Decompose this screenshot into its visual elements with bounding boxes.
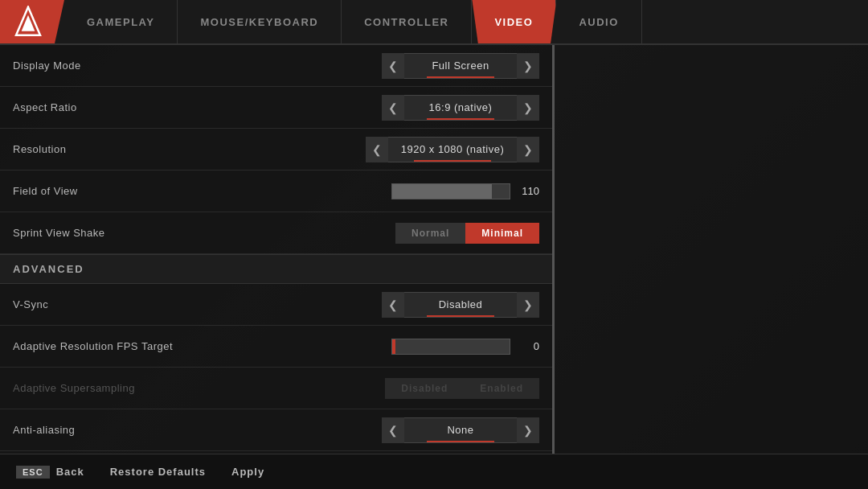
adaptive-res-label: Adaptive Resolution FPS Target [13, 340, 391, 352]
resolution-value: 1920 x 1080 (native) [388, 137, 517, 162]
adaptive-res-slider-container: 0 [391, 339, 539, 355]
supersampling-enabled-btn[interactable]: Enabled [464, 378, 539, 399]
adaptive-supersampling-label: Adaptive Supersampling [13, 382, 385, 394]
fov-row: Field of View 110 [0, 171, 552, 212]
sprint-minimal-btn[interactable]: Minimal [465, 223, 539, 244]
vsync-next[interactable]: ❯ [517, 292, 539, 318]
aspect-ratio-label: Aspect Ratio [13, 101, 382, 113]
adaptive-supersampling-toggle: Disabled Enabled [385, 378, 539, 399]
anti-aliasing-selector: ❮ None ❯ [382, 417, 539, 443]
tab-controller[interactable]: CONTROLLER [342, 0, 472, 43]
display-mode-value: Full Screen [404, 53, 517, 79]
anti-aliasing-label: Anti-aliasing [13, 424, 382, 436]
nav-tabs: GAMEPLAY MOUSE/KEYBOARD CONTROLLER VIDEO… [64, 0, 868, 43]
bottom-bar: ESC Back Restore Defaults Apply [0, 454, 868, 489]
fov-value: 110 [517, 185, 539, 197]
adaptive-res-fill [392, 339, 395, 354]
esc-key-badge: ESC [16, 466, 50, 479]
fov-slider-fill [392, 184, 492, 199]
advanced-section-header: ADVANCED [0, 254, 552, 284]
display-mode-label: Display Mode [13, 60, 382, 72]
logo-area [0, 0, 64, 43]
aspect-ratio-row: Aspect Ratio ❮ 16:9 (native) ❯ [0, 87, 552, 129]
adaptive-res-row: Adaptive Resolution FPS Target 0 [0, 326, 552, 368]
apply-label: Apply [231, 466, 264, 478]
resolution-selector: ❮ 1920 x 1080 (native) ❯ [366, 137, 539, 162]
sprint-view-shake-label: Sprint View Shake [13, 227, 395, 239]
fov-slider-container: 110 [391, 183, 539, 199]
tab-mouse-keyboard[interactable]: MOUSE/KEYBOARD [178, 0, 342, 43]
aspect-ratio-next[interactable]: ❯ [517, 95, 539, 121]
restore-defaults-label: Restore Defaults [110, 466, 206, 478]
resolution-prev[interactable]: ❮ [366, 137, 388, 162]
apex-logo-icon [12, 6, 44, 38]
anti-aliasing-value: None [404, 417, 517, 443]
vsync-selector: ❮ Disabled ❯ [382, 292, 539, 318]
back-label: Back [56, 466, 84, 478]
vsync-label: V-Sync [13, 298, 382, 310]
resolution-next[interactable]: ❯ [517, 137, 539, 162]
restore-defaults-action[interactable]: Restore Defaults [110, 466, 206, 478]
tab-audio[interactable]: AUDIO [556, 0, 641, 43]
display-mode-prev[interactable]: ❮ [382, 53, 404, 79]
supersampling-disabled-btn[interactable]: Disabled [385, 378, 464, 399]
display-mode-row: Display Mode ❮ Full Screen ❯ [0, 45, 552, 87]
anti-aliasing-next[interactable]: ❯ [517, 417, 539, 443]
sprint-normal-btn[interactable]: Normal [395, 223, 465, 244]
aspect-ratio-selector: ❮ 16:9 (native) ❯ [382, 95, 539, 121]
main-content: Display Mode ❮ Full Screen ❯ Aspect Rati… [0, 45, 868, 454]
fov-slider-track[interactable] [391, 183, 510, 199]
display-mode-selector: ❮ Full Screen ❯ [382, 53, 539, 79]
tab-gameplay[interactable]: GAMEPLAY [64, 0, 178, 43]
adaptive-res-track[interactable] [391, 339, 510, 355]
vsync-value: Disabled [404, 292, 517, 318]
top-nav: GAMEPLAY MOUSE/KEYBOARD CONTROLLER VIDEO… [0, 0, 868, 45]
sprint-view-shake-row: Sprint View Shake Normal Minimal [0, 212, 552, 254]
right-panel [555, 45, 868, 454]
anti-aliasing-row: Anti-aliasing ❮ None ❯ [0, 409, 552, 451]
aspect-ratio-value: 16:9 (native) [404, 95, 517, 121]
sprint-view-shake-toggle: Normal Minimal [395, 223, 539, 244]
resolution-row: Resolution ❮ 1920 x 1080 (native) ❯ [0, 129, 552, 171]
apply-action[interactable]: Apply [231, 466, 264, 478]
adaptive-supersampling-row: Adaptive Supersampling Disabled Enabled [0, 368, 552, 409]
anti-aliasing-prev[interactable]: ❮ [382, 417, 404, 443]
vsync-prev[interactable]: ❮ [382, 292, 404, 318]
settings-panel: Display Mode ❮ Full Screen ❯ Aspect Rati… [0, 45, 555, 454]
vsync-row: V-Sync ❮ Disabled ❯ [0, 284, 552, 326]
resolution-label: Resolution [13, 143, 366, 155]
display-mode-next[interactable]: ❯ [517, 53, 539, 79]
back-action[interactable]: ESC Back [16, 466, 84, 479]
fov-label: Field of View [13, 185, 391, 197]
tab-video[interactable]: VIDEO [472, 0, 556, 43]
aspect-ratio-prev[interactable]: ❮ [382, 95, 404, 121]
adaptive-res-value: 0 [517, 340, 539, 352]
